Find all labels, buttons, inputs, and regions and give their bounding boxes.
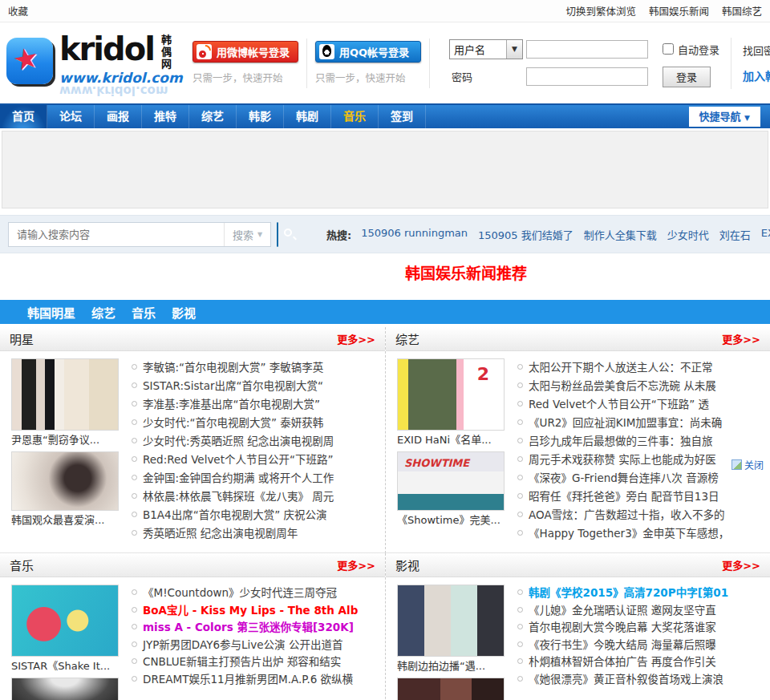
nav-tab[interactable]: 画报	[95, 105, 142, 128]
hot-search-link[interactable]: 制作人全集下载	[584, 227, 657, 242]
news-link[interactable]: 《Happy Together3》金申英下车感想，	[517, 524, 765, 543]
qq-login-button[interactable]: 用QQ帐号登录	[315, 41, 421, 63]
topbar-link[interactable]: 切换到繁体浏览	[565, 3, 636, 18]
thumbnail-image[interactable]	[11, 451, 119, 511]
thumbnail-image[interactable]	[11, 585, 119, 657]
promo-row: 韩国娱乐新闻推荐	[0, 253, 770, 300]
thumbnail-caption[interactable]: 韩剧边拍边播“遇...	[397, 659, 509, 673]
news-link[interactable]: 李准基:李准基出席“首尔电视剧大赏”	[132, 395, 380, 414]
thumbnail-image[interactable]	[397, 451, 505, 511]
news-link[interactable]: 《夜行书生》今晚大结局 海量幕后照曝	[517, 637, 765, 654]
more-link[interactable]: 更多>>	[337, 331, 375, 346]
weibo-icon	[197, 44, 212, 59]
favorite-link[interactable]: 收藏	[8, 3, 28, 18]
more-link[interactable]: 更多>>	[722, 331, 760, 346]
news-link[interactable]: 秀英晒近照 纪念出演电视剧周年	[132, 524, 380, 543]
hot-search-link[interactable]: 少女时代	[667, 227, 709, 242]
news-link[interactable]: 朴炯植林智妍合体拍广告 再度合作引关	[517, 653, 765, 671]
news-link[interactable]: 周元手术戏获称赞 实际上也能成为好医	[517, 451, 765, 469]
password-input[interactable]	[526, 67, 648, 86]
section-title: 综艺	[395, 330, 419, 347]
news-link[interactable]: 太阳公开下期个人放送主人公：不正常	[517, 358, 765, 377]
news-link[interactable]: Red:Red Velvet个人节目公开“下班路”	[132, 451, 380, 469]
topbar-link[interactable]: 韩国娱乐新闻	[649, 3, 709, 18]
join-site-link[interactable]: 加入韩偶网	[743, 67, 770, 83]
news-link[interactable]: miss A - Colors 第三张迷你专辑[320K]	[132, 619, 380, 637]
news-link[interactable]: 《深夜》G-Friend舞台连摔八次 音源榜	[517, 469, 765, 488]
news-link[interactable]: SISTAR:Sistar出席“首尔电视剧大赏“	[132, 377, 380, 395]
thumbnail-image[interactable]	[11, 358, 119, 431]
news-link[interactable]: 林依晨:林依晨飞韩探班《龙八夷》 周元	[132, 488, 380, 506]
ad-close-control[interactable]: 关闭	[730, 457, 765, 472]
thumbnail-image[interactable]	[11, 678, 119, 700]
news-link[interactable]: 昭宥任《拜托爸爸》旁白 配音节目13日	[517, 488, 765, 506]
news-link[interactable]: 《儿媳》金允瑞晒认证照 邀网友坚守直	[517, 602, 765, 620]
news-link[interactable]: 《M!Countdown》少女时代连三周夺冠	[132, 585, 380, 602]
nav-tab[interactable]: 推特	[142, 105, 189, 128]
category-bar-item[interactable]: 韩国明星	[27, 304, 75, 321]
nav-tab[interactable]: 韩影	[237, 105, 284, 128]
search-input[interactable]	[9, 223, 224, 246]
news-link[interactable]: Red Velvet个人节目公开“下班路” 透	[517, 395, 765, 414]
news-link[interactable]: 金钟国:金钟国合约期满 或将开个人工作	[132, 469, 380, 488]
weibo-login-button[interactable]: 用微博帐号登录	[192, 41, 298, 63]
news-link[interactable]: 李敏镐:“首尔电视剧大赏” 李敏镐李英	[132, 358, 380, 377]
thumbnail-caption[interactable]: 《Showtime》完美...	[397, 513, 509, 527]
nav-tab[interactable]: 音乐	[331, 105, 379, 128]
news-link[interactable]: 少女时代:“首尔电视剧大赏” 泰妍获韩	[132, 414, 380, 432]
login-button[interactable]: 登录	[663, 67, 711, 87]
news-link[interactable]: CNBLUE新辑主打预告片出炉 郑容和结实	[132, 653, 380, 671]
news-link[interactable]: 太阳与粉丝品尝美食后不忘洗碗 从未展	[517, 377, 765, 395]
more-link[interactable]: 更多>>	[722, 557, 760, 573]
news-link[interactable]: 少女时代:秀英晒近照 纪念出演电视剧周	[132, 432, 380, 451]
hot-search-link[interactable]: 刘在石	[719, 227, 751, 242]
divider	[306, 38, 307, 88]
thumbnail-caption[interactable]: SISTAR《Shake It...	[11, 659, 124, 673]
close-icon[interactable]: 关闭	[744, 458, 764, 471]
nav-tab[interactable]: 韩剧	[284, 105, 331, 128]
site-logo[interactable]: ★ kridol 韩偶网 www.kridol.com www.kridol.c…	[6, 31, 192, 95]
news-link[interactable]: 首尔电视剧大赏今晚启幕 大奖花落谁家	[517, 619, 765, 637]
news-link[interactable]: BoA宝儿 - Kiss My Lips - The 8th Alb	[132, 602, 380, 620]
nav-tab[interactable]: 论坛	[47, 105, 95, 128]
category-bar-item[interactable]: 音乐	[132, 304, 156, 321]
thumbnail-image[interactable]	[397, 678, 505, 700]
section-variety: 综艺 更多>> EXID HaNi《名单... 《Showtime》完美... …	[386, 327, 770, 553]
auto-login-checkbox[interactable]	[663, 43, 674, 55]
thumbnail-caption[interactable]: EXID HaNi《名单...	[397, 433, 509, 447]
search-button[interactable]	[277, 222, 278, 247]
username-input[interactable]	[526, 40, 648, 59]
username-type-select[interactable]: 用户名 ▼	[449, 39, 523, 59]
news-link[interactable]: 《UR2》回应祉润KIM加盟事宜：尚未确	[517, 414, 765, 432]
qq-login-block: 用QQ帐号登录 只需一步，快速开始	[315, 41, 421, 85]
more-link[interactable]: 更多>>	[337, 557, 375, 573]
thumbnail-image[interactable]	[397, 358, 505, 431]
logo-brand-text: kridol	[59, 31, 154, 67]
nav-tab[interactable]: 综艺	[189, 105, 237, 128]
news-link[interactable]: AOA雪炫：广告数超过十指，收入不多的	[517, 506, 765, 524]
search-type-dropdown[interactable]: 搜索 ▼	[224, 223, 270, 246]
hot-search-link[interactable]: 150906 runningman	[361, 227, 468, 242]
auto-login-label: 自动登录	[678, 42, 719, 57]
thumbnail-caption[interactable]: 尹恩惠“剽窃争议...	[11, 433, 124, 447]
news-link[interactable]: DREAMT娱乐11月推新男团M.A.P.6 欲纵横	[132, 671, 380, 689]
hot-search-link[interactable]: 150905 我们结婚了	[478, 227, 573, 242]
category-bar-item[interactable]: 综艺	[91, 304, 116, 321]
hot-search-label: 热搜:	[326, 227, 351, 242]
nav-tab[interactable]: 首页	[0, 105, 47, 128]
thumbnail-image[interactable]	[397, 585, 505, 657]
news-link[interactable]: B1A4出席“首尔电视剧大赏” 庆祝公演	[132, 506, 380, 524]
news-link[interactable]: JYP新男团DAY6参与Live公演 公开出道首	[132, 637, 380, 654]
ad-banner-placeholder	[2, 131, 768, 208]
hot-search-link[interactable]: EXO	[761, 227, 770, 242]
find-password-link[interactable]: 找回密码	[743, 42, 770, 58]
news-list: 李敏镐:“首尔电视剧大赏” 李敏镐李英SISTAR:Sistar出席“首尔电视剧…	[124, 358, 380, 543]
news-link[interactable]: 韩剧《学校2015》高清720P中字[第01	[517, 585, 765, 602]
news-link[interactable]: 吕珍九成年后最想做的三件事：独自旅	[517, 432, 765, 451]
category-bar-item[interactable]: 影视	[172, 304, 196, 321]
topbar-link[interactable]: 韩国综艺	[722, 3, 762, 18]
nav-tab[interactable]: 签到	[379, 105, 426, 128]
quick-nav-button[interactable]: 快捷导航 ▼	[689, 107, 760, 127]
news-link[interactable]: 《她很漂亮》黄正音朴叙俊首场戏上演浪	[517, 671, 765, 689]
thumbnail-caption[interactable]: 韩国观众最喜爱演...	[11, 513, 124, 527]
